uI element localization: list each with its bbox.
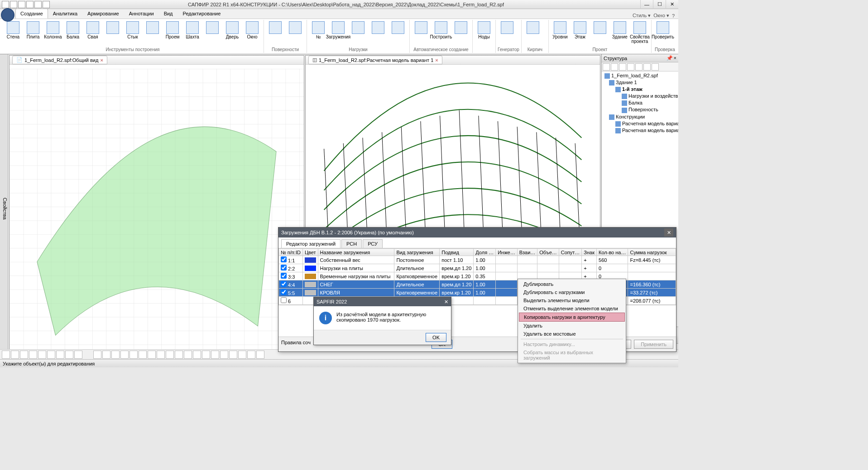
column-header[interactable]: Вид загружения <box>394 249 440 256</box>
ribbon-button[interactable]: Стена <box>4 20 23 45</box>
ribbon-button[interactable]: Колонна <box>43 20 62 45</box>
close-icon[interactable]: × <box>100 57 103 63</box>
qat-save-icon[interactable] <box>18 1 25 8</box>
ribbon-button[interactable] <box>143 20 162 45</box>
dlg-tab-rsu[interactable]: РСУ <box>363 239 383 248</box>
tb-icon[interactable] <box>603 63 610 71</box>
app-menu-button[interactable] <box>1 8 14 22</box>
qat-open-icon[interactable] <box>10 1 17 8</box>
ribbon-button[interactable]: Здание <box>610 20 629 45</box>
tool-icon[interactable] <box>65 351 73 359</box>
context-menu-item[interactable]: Дублировать <box>519 280 625 288</box>
ribbon-button[interactable] <box>523 20 542 45</box>
tool-icon[interactable] <box>47 351 55 359</box>
tb-icon[interactable] <box>611 63 618 71</box>
properties-side-tab[interactable]: Свойства <box>0 54 8 359</box>
ribbon-button[interactable]: Построить <box>432 20 451 45</box>
msgbox-title-bar[interactable]: SAPFIR 2022 ✕ <box>314 297 451 306</box>
tool-icon[interactable] <box>202 351 210 359</box>
column-header[interactable]: Объе… <box>537 249 559 256</box>
ribbon-button[interactable]: Балка <box>63 20 82 45</box>
tb-icon[interactable] <box>643 63 651 71</box>
tree-node[interactable]: Нагрузки и воздействия <box>603 93 677 100</box>
ribbon-button[interactable]: Окно <box>243 20 262 45</box>
tb-icon[interactable] <box>619 63 626 71</box>
tool-icon[interactable] <box>20 351 28 359</box>
tool-icon[interactable] <box>229 351 237 359</box>
ribbon-button[interactable]: Этаж <box>571 20 590 45</box>
tb-icon[interactable] <box>635 63 643 71</box>
tree-node[interactable]: Здание 1 <box>603 79 677 86</box>
tool-icon[interactable] <box>166 351 174 359</box>
tool-icon[interactable] <box>211 351 219 359</box>
tool-icon[interactable] <box>157 351 165 359</box>
tool-icon[interactable] <box>238 351 246 359</box>
tool-icon[interactable] <box>193 351 201 359</box>
tool-icon[interactable] <box>129 351 138 359</box>
style-dropdown[interactable]: Стиль ▾ <box>633 13 651 19</box>
tab-annot[interactable]: Аннотации <box>124 9 159 19</box>
ribbon-button[interactable]: Свойства проекта <box>630 20 649 45</box>
tool-icon[interactable] <box>11 351 19 359</box>
tab-analytics[interactable]: Аналитика <box>48 9 82 19</box>
ribbon-button[interactable] <box>266 20 285 45</box>
tree-node[interactable]: Балка <box>603 100 677 106</box>
tree-node[interactable]: Расчетная модель вариант 1-В <box>603 127 677 134</box>
ribbon-button[interactable]: Дверь <box>223 20 242 45</box>
column-header[interactable]: Взаи… <box>517 249 537 256</box>
context-menu-item[interactable]: Отменить выделение элементов модели <box>519 304 625 313</box>
row-checkbox[interactable] <box>281 256 287 262</box>
help-icon[interactable]: ? <box>672 13 675 19</box>
column-header[interactable]: Доля … <box>474 249 496 256</box>
ribbon-button[interactable] <box>369 20 388 45</box>
ribbon-button[interactable] <box>451 20 470 45</box>
ribbon-button[interactable] <box>203 20 222 45</box>
tool-icon[interactable] <box>93 351 101 359</box>
close-icon[interactable]: × <box>674 55 676 61</box>
tool-icon[interactable] <box>29 351 37 359</box>
ribbon-button[interactable] <box>349 20 368 45</box>
tree-node[interactable]: Конструкции <box>603 114 677 120</box>
pin-icon[interactable]: 📌 <box>667 55 673 61</box>
dialog-apply-button[interactable]: Применить <box>634 340 673 349</box>
column-header[interactable]: Сумма нагрузок <box>628 249 676 256</box>
ribbon-button[interactable]: Плита <box>24 20 43 45</box>
tool-icon[interactable] <box>256 351 264 359</box>
ribbon-button[interactable] <box>388 20 408 45</box>
tool-icon[interactable] <box>139 351 147 359</box>
context-menu-item[interactable]: Удалить все мостовые <box>519 330 625 338</box>
tool-icon[interactable] <box>74 351 82 359</box>
column-header[interactable]: Цвет <box>302 249 318 256</box>
tool-icon[interactable] <box>102 351 110 359</box>
context-menu-item[interactable]: Копировать нагрузки в архитектуру <box>519 313 625 322</box>
row-checkbox[interactable] <box>281 265 287 271</box>
row-checkbox[interactable] <box>281 297 287 303</box>
ribbon-button[interactable]: Загружения <box>329 20 348 45</box>
viewport-left[interactable] <box>10 65 304 358</box>
context-menu-item[interactable]: Удалить <box>519 322 625 330</box>
tool-icon[interactable] <box>148 351 156 359</box>
tool-icon[interactable] <box>38 351 46 359</box>
ribbon-button[interactable] <box>103 20 122 45</box>
dlg-tab-rsn[interactable]: РСН <box>341 239 362 248</box>
column-header[interactable]: Инже… <box>496 249 517 256</box>
close-button[interactable]: ✕ <box>666 0 678 9</box>
tool-icon[interactable] <box>184 351 192 359</box>
tree-node[interactable]: 1_Ferm_load_R2.spf <box>603 72 677 79</box>
window-dropdown[interactable]: Окно ▾ <box>653 13 669 19</box>
tool-icon[interactable] <box>111 351 120 359</box>
tool-icon[interactable] <box>2 351 10 359</box>
qat-print-icon[interactable] <box>43 1 50 8</box>
tool-icon[interactable] <box>175 351 183 359</box>
tool-icon[interactable] <box>220 351 228 359</box>
tb-icon[interactable] <box>627 63 634 71</box>
tree-node[interactable]: Поверхность <box>603 106 677 113</box>
qat-new-icon[interactable] <box>2 1 9 8</box>
qat-undo-icon[interactable] <box>26 1 34 8</box>
table-row[interactable]: 2:2Нагрузки на плитыДлительноеврем.дл 1.… <box>279 264 676 272</box>
msgbox-ok-button[interactable]: OK <box>426 333 446 342</box>
tool-icon[interactable] <box>120 351 129 359</box>
view-right-tab[interactable]: ◫ 1_Ferm_load_R2.spf:Расчетная модель ва… <box>308 56 442 64</box>
column-header[interactable]: Сопут… <box>559 249 582 256</box>
dlg-tab-editor[interactable]: Редактор загружений <box>281 239 340 248</box>
